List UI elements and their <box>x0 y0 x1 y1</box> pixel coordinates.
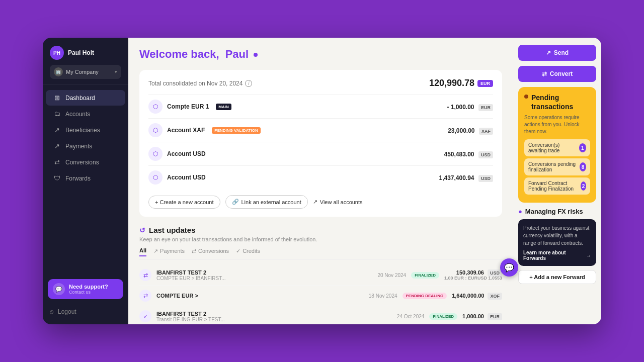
total-label: Total consolidated on Nov 20, 2024 i <box>148 80 252 87</box>
pending-item-1[interactable]: Conversions pending finalization 8 <box>524 158 590 175</box>
tx-icon-0: ⇄ <box>139 269 151 281</box>
account-currency-2: USD <box>478 151 493 158</box>
fx-card: Protect your business against currency v… <box>518 219 596 266</box>
company-icon: 🏢 <box>54 67 63 76</box>
total-amount-value: 120,990.78 <box>429 78 474 88</box>
welcome-header: Welcome back, Paul <box>139 48 502 61</box>
convert-button[interactable]: ⇄ Convert <box>518 66 596 82</box>
fx-section-title: ● Managing FX risks <box>518 208 596 215</box>
forwards-icon: 🛡 <box>53 174 61 182</box>
tx-badge-2: FINALIZED <box>429 313 457 320</box>
pending-header: Pending transactions <box>524 93 590 111</box>
pending-description: Some operations require actions from you… <box>524 114 590 135</box>
tab-payments[interactable]: ↗ Payments <box>153 247 185 256</box>
tab-conversions[interactable]: ⇄ Conversions <box>192 247 229 256</box>
tx-amount-1: 1,640,000.00 XOF <box>452 293 502 299</box>
updates-icon: ↺ <box>139 226 145 234</box>
transaction-row: ⇄ IBANFIRST TEST 2 COMPTE EUR > IBANFIRS… <box>139 265 502 286</box>
account-icon-2: ⬡ <box>148 147 163 161</box>
tx-icon-2: ✓ <box>139 310 151 322</box>
sidebar-label-forwards: Forwards <box>65 175 91 182</box>
sidebar-item-beneficiaries[interactable]: ↗ Beneficiaries <box>46 122 125 138</box>
user-name: Paul Holt <box>68 49 94 56</box>
account-amount-2: 450,483.00 <box>444 151 474 158</box>
account-name-3: Account USD <box>167 174 206 181</box>
right-panel: ↗ Send ⇄ Convert Pending transactions So… <box>513 38 601 324</box>
total-currency-badge: EUR <box>477 80 493 87</box>
transaction-row: ✓ IBANFIRST TEST 2 Transit BE-ING-EUR > … <box>139 306 502 324</box>
main-content: Welcome back, Paul Total consolidated on… <box>128 38 513 324</box>
support-icon: 💬 <box>53 283 65 295</box>
arrow-right-icon: → <box>586 253 591 258</box>
conversions-icon: ⇄ <box>53 158 61 166</box>
send-icon: ↗ <box>546 49 551 56</box>
sidebar-label-beneficiaries: Beneficiaries <box>65 127 100 134</box>
fx-risks-section: ● Managing FX risks Protect your busines… <box>518 208 596 284</box>
user-row: PH Paul Holt <box>50 46 121 60</box>
account-name-2: Account USD <box>167 150 206 157</box>
account-currency-0: EUR <box>478 104 493 111</box>
account-icon-0: ⬡ <box>148 100 163 114</box>
sidebar-item-forwards[interactable]: 🛡 Forwards <box>46 170 125 186</box>
tx-info-1: COMPTE EUR > <box>156 293 364 299</box>
pending-title: Pending transactions <box>531 93 590 111</box>
convert-icon: ⇄ <box>542 70 547 77</box>
account-currency-1: XAF <box>479 128 493 135</box>
tx-info-0: IBANFIRST TEST 2 COMPTE EUR > IBANFIRST.… <box>156 269 372 281</box>
logout-button[interactable]: ⎋ Logout <box>43 304 128 319</box>
accounts-card: Total consolidated on Nov 20, 2024 i 120… <box>139 70 502 217</box>
notification-dot <box>254 53 258 57</box>
chat-icon: 💬 <box>504 263 514 273</box>
company-selector[interactable]: 🏢 My Company ▾ <box>50 65 121 79</box>
account-badge-1: PENDING VALIDATION <box>212 127 260 134</box>
chat-button[interactable]: 💬 <box>500 258 518 277</box>
payments-tab-icon: ↗ <box>153 248 158 254</box>
username-text: Paul <box>225 48 249 60</box>
sidebar-item-conversions[interactable]: ⇄ Conversions <box>46 154 125 170</box>
tx-badge-1: PENDING DEALING <box>403 293 447 299</box>
tabs-row: All ↗ Payments ⇄ Conversions ✓ Credits <box>139 247 502 260</box>
link-account-button[interactable]: 🔗 Link an external account <box>225 195 308 209</box>
logout-icon: ⎋ <box>50 308 53 315</box>
fx-card-text: Protect your business against currency v… <box>523 224 591 247</box>
support-sub: Contact us <box>69 290 108 295</box>
support-box[interactable]: 💬 Need support? Contact us <box>48 279 123 299</box>
link-icon: 🔗 <box>232 199 239 205</box>
info-icon[interactable]: i <box>245 80 252 87</box>
last-updates-section: ↺ Last updates Keep an eye on your last … <box>139 226 502 324</box>
sidebar-item-dashboard[interactable]: ⊞ Dashboard <box>46 90 125 106</box>
fx-icon: ● <box>518 208 522 215</box>
add-forward-button[interactable]: + Add a new Forward <box>518 270 596 284</box>
account-row: ⬡ Compte EUR 1 MAIN - 1,000.00 EUR <box>148 95 493 118</box>
tab-all[interactable]: All <box>139 247 146 256</box>
sidebar: PH Paul Holt 🏢 My Company ▾ ⊞ Dashboard … <box>43 38 128 324</box>
accounts-icon: 🗂 <box>53 110 61 118</box>
view-all-button[interactable]: ↗ View all accounts <box>313 199 363 205</box>
sidebar-item-accounts[interactable]: 🗂 Accounts <box>46 106 125 122</box>
send-button[interactable]: ↗ Send <box>518 45 596 61</box>
tx-date-0: 20 Nov 2024 <box>377 273 406 278</box>
accounts-actions: + Create a new account 🔗 Link an externa… <box>148 195 493 209</box>
account-icon-3: ⬡ <box>148 170 163 185</box>
account-name-0: Compte EUR 1 <box>167 103 209 110</box>
tx-amount-2: 1,000.00 EUR <box>462 313 502 319</box>
pending-item-0[interactable]: Conversion(s) awaiting trade 1 <box>524 139 590 156</box>
account-name-1: Account XAF <box>167 127 205 134</box>
account-amount-1: 23,000.00 <box>448 127 474 134</box>
account-row: ⬡ Account XAF PENDING VALIDATION 23,000.… <box>148 118 493 142</box>
account-badge-0: MAIN <box>216 104 231 110</box>
tab-credits[interactable]: ✓ Credits <box>236 247 260 256</box>
sidebar-label-accounts: Accounts <box>65 111 90 118</box>
sidebar-label-dashboard: Dashboard <box>65 95 95 102</box>
create-account-button[interactable]: + Create a new account <box>148 196 220 209</box>
expand-icon: ↗ <box>313 199 317 205</box>
pending-item-2[interactable]: Forward Contract Pending Finalization 2 <box>524 177 590 195</box>
support-label: Need support? <box>69 284 108 290</box>
company-name: My Company <box>66 69 112 75</box>
tx-info-2: IBANFIRST TEST 2 Transit BE-ING-EUR > TE… <box>156 311 392 322</box>
account-amount-3: 1,437,400.94 <box>439 174 474 182</box>
pending-transactions-card: Pending transactions Some operations req… <box>518 87 596 203</box>
sidebar-item-payments[interactable]: ↗ Payments <box>46 138 125 154</box>
account-currency-3: USD <box>478 175 493 182</box>
fx-learn-more[interactable]: Learn more about Forwards → <box>523 250 591 261</box>
